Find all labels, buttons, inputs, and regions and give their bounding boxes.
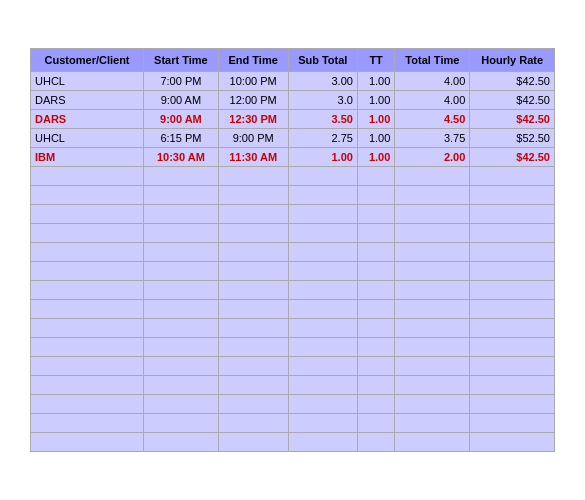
empty-cell: [395, 281, 470, 300]
table-cell: 9:00 AM: [144, 91, 219, 110]
empty-cell: [144, 243, 219, 262]
table-cell: 3.00: [288, 72, 357, 91]
empty-cell: [31, 186, 144, 205]
header-hourly-rate: Hourly Rate: [470, 48, 555, 71]
empty-cell: [470, 262, 555, 281]
empty-cell: [288, 167, 357, 186]
header-total-time: Total Time: [395, 48, 470, 71]
table-cell: 11:30 AM: [218, 148, 288, 167]
empty-cell: [395, 186, 470, 205]
table-cell: DARS: [31, 91, 144, 110]
empty-cell: [31, 167, 144, 186]
table-cell: 1.00: [357, 148, 394, 167]
table-cell: 9:00 PM: [218, 129, 288, 148]
table-cell: $52.50: [470, 129, 555, 148]
empty-cell: [31, 300, 144, 319]
header-start: Start Time: [144, 48, 219, 71]
empty-cell: [144, 395, 219, 414]
empty-cell: [31, 205, 144, 224]
empty-cell: [395, 262, 470, 281]
empty-cell: [357, 414, 394, 433]
empty-cell: [470, 243, 555, 262]
empty-cell: [288, 262, 357, 281]
empty-cell: [218, 319, 288, 338]
empty-cell: [218, 243, 288, 262]
empty-cell: [288, 395, 357, 414]
table-cell: $42.50: [470, 148, 555, 167]
empty-cell: [470, 167, 555, 186]
empty-cell: [395, 167, 470, 186]
header-subtotal: Sub Total: [288, 48, 357, 71]
empty-row: [31, 319, 555, 338]
empty-cell: [144, 376, 219, 395]
table-cell: 12:00 PM: [218, 91, 288, 110]
empty-row: [31, 262, 555, 281]
empty-row: [31, 186, 555, 205]
empty-row: [31, 167, 555, 186]
empty-cell: [395, 338, 470, 357]
empty-cell: [470, 224, 555, 243]
table-cell: $42.50: [470, 91, 555, 110]
empty-cell: [31, 376, 144, 395]
empty-cell: [357, 243, 394, 262]
empty-cell: [288, 205, 357, 224]
empty-cell: [395, 224, 470, 243]
empty-cell: [288, 186, 357, 205]
empty-cell: [395, 300, 470, 319]
empty-cell: [288, 433, 357, 452]
table-row: IBM10:30 AM11:30 AM1.001.002.00$42.50: [31, 148, 555, 167]
empty-cell: [218, 414, 288, 433]
empty-cell: [31, 414, 144, 433]
table-cell: UHCL: [31, 72, 144, 91]
empty-cell: [395, 205, 470, 224]
empty-cell: [31, 433, 144, 452]
empty-cell: [218, 224, 288, 243]
empty-row: [31, 243, 555, 262]
empty-cell: [144, 224, 219, 243]
empty-cell: [470, 300, 555, 319]
empty-row: [31, 281, 555, 300]
empty-cell: [218, 338, 288, 357]
table-cell: 4.50: [395, 110, 470, 129]
empty-cell: [144, 319, 219, 338]
empty-row: [31, 433, 555, 452]
table-cell: 10:00 PM: [218, 72, 288, 91]
empty-cell: [395, 395, 470, 414]
empty-cell: [218, 281, 288, 300]
table-cell: IBM: [31, 148, 144, 167]
empty-cell: [218, 262, 288, 281]
table-cell: 3.50: [288, 110, 357, 129]
table-cell: 2.00: [395, 148, 470, 167]
empty-cell: [470, 395, 555, 414]
empty-cell: [395, 357, 470, 376]
empty-cell: [31, 243, 144, 262]
table-cell: DARS: [31, 110, 144, 129]
table-cell: 6:15 PM: [144, 129, 219, 148]
empty-cell: [288, 224, 357, 243]
table-cell: 4.00: [395, 91, 470, 110]
empty-cell: [218, 395, 288, 414]
empty-cell: [395, 319, 470, 338]
table-cell: 4.00: [395, 72, 470, 91]
empty-cell: [357, 167, 394, 186]
empty-cell: [144, 433, 219, 452]
empty-cell: [357, 357, 394, 376]
empty-cell: [218, 186, 288, 205]
table-cell: UHCL: [31, 129, 144, 148]
empty-cell: [288, 357, 357, 376]
empty-cell: [470, 338, 555, 357]
empty-cell: [470, 376, 555, 395]
empty-cell: [144, 167, 219, 186]
table-cell: $42.50: [470, 72, 555, 91]
empty-cell: [288, 281, 357, 300]
empty-cell: [288, 243, 357, 262]
table-row: DARS9:00 AM12:00 PM3.01.004.00$42.50: [31, 91, 555, 110]
empty-cell: [31, 395, 144, 414]
empty-cell: [144, 300, 219, 319]
table-row: UHCL6:15 PM9:00 PM2.751.003.75$52.50: [31, 129, 555, 148]
empty-cell: [357, 338, 394, 357]
empty-cell: [357, 205, 394, 224]
header-customer: Customer/Client: [31, 48, 144, 71]
empty-cell: [144, 205, 219, 224]
table-cell: 10:30 AM: [144, 148, 219, 167]
